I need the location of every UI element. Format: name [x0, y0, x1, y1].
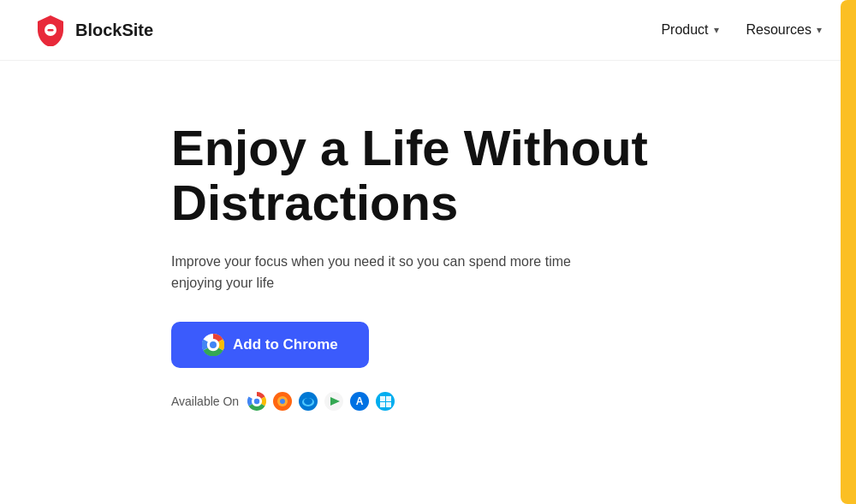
- nav-product-label: Product: [661, 22, 708, 38]
- hero-subtitle: Improve your focus when you need it so y…: [171, 251, 599, 294]
- svg-point-13: [304, 398, 312, 405]
- hero-section: Enjoy a Life Without Distractions Improv…: [0, 61, 856, 445]
- firefox-platform-icon: [273, 392, 292, 411]
- hero-title-line1: Enjoy a Life Without: [171, 120, 648, 175]
- svg-rect-1: [48, 29, 54, 32]
- available-on-section: Available On: [171, 392, 822, 411]
- svg-point-7: [254, 399, 259, 404]
- logo-area[interactable]: BlockSite: [34, 14, 153, 46]
- svg-rect-20: [386, 396, 391, 401]
- chrome-platform-icon: [247, 392, 266, 411]
- svg-rect-21: [380, 402, 385, 407]
- nav-resources-label: Resources: [746, 22, 811, 38]
- nav-product[interactable]: Product ▾: [661, 22, 718, 38]
- hero-title-line2: Distractions: [171, 175, 458, 230]
- sidebar-accent: [841, 0, 856, 504]
- logo-text: BlockSite: [75, 21, 153, 40]
- blocksite-logo-icon: [34, 14, 67, 46]
- available-on-label: Available On: [171, 394, 239, 408]
- chevron-down-icon: ▾: [817, 24, 822, 36]
- hero-title: Enjoy a Life Without Distractions: [171, 121, 685, 230]
- svg-text:A: A: [356, 395, 364, 407]
- platform-icons: A: [247, 392, 395, 411]
- svg-rect-22: [386, 402, 391, 407]
- chevron-down-icon: ▾: [714, 24, 719, 36]
- windows-platform-icon: [376, 392, 395, 411]
- chrome-icon: [202, 334, 224, 356]
- svg-rect-19: [380, 396, 385, 401]
- header: BlockSite Product ▾ Resources ▾: [0, 0, 856, 61]
- cta-button-label: Add to Chrome: [233, 336, 338, 353]
- svg-point-10: [280, 399, 285, 404]
- nav-resources[interactable]: Resources ▾: [746, 22, 822, 38]
- main-nav: Product ▾ Resources ▾: [661, 22, 822, 38]
- playstore-platform-icon: [324, 392, 343, 411]
- edge-platform-icon: [299, 392, 318, 411]
- svg-point-4: [210, 341, 217, 348]
- add-to-chrome-button[interactable]: Add to Chrome: [171, 322, 369, 368]
- appstore-platform-icon: A: [350, 392, 369, 411]
